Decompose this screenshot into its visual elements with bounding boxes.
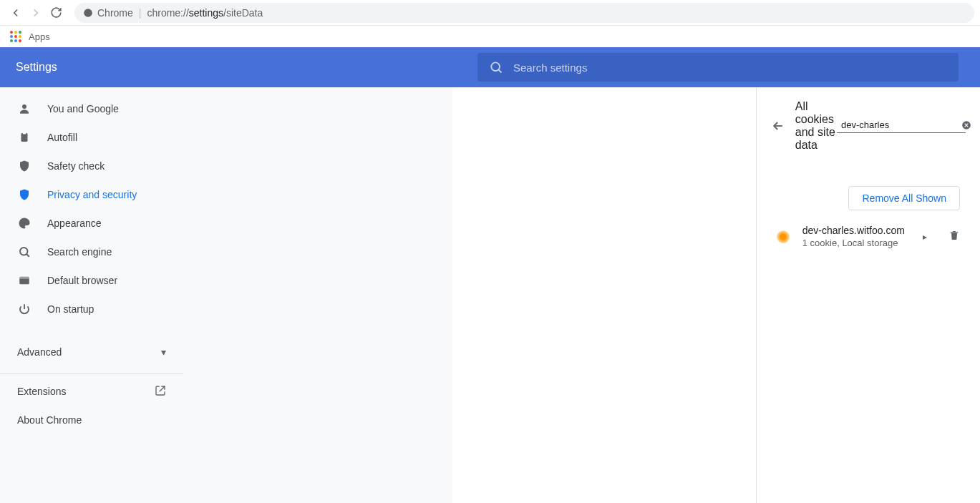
site-desc: 1 cookie, Local storage bbox=[802, 238, 923, 248]
omnibox-chip-label: Chrome bbox=[97, 7, 133, 19]
svg-rect-7 bbox=[19, 277, 29, 279]
sidebar-item-label: Autofill bbox=[47, 132, 77, 143]
remove-all-shown-button[interactable]: Remove All Shown bbox=[848, 186, 960, 210]
content-header: All cookies and site data bbox=[757, 100, 980, 152]
chevron-right-icon[interactable]: ▸ bbox=[923, 232, 927, 242]
omnibox-url-prefix: chrome:// bbox=[147, 7, 188, 19]
remove-all-row: Remove All Shown bbox=[757, 152, 980, 218]
svg-point-0 bbox=[84, 9, 92, 17]
search-icon bbox=[489, 60, 503, 74]
settings-search[interactable] bbox=[477, 53, 959, 82]
divider bbox=[0, 373, 183, 374]
forward-button[interactable] bbox=[26, 3, 46, 23]
search-icon bbox=[17, 245, 31, 258]
about-label: About Chrome bbox=[17, 414, 82, 426]
chevron-down-icon: ▾ bbox=[161, 346, 166, 358]
omnibox-url-suffix: /siteData bbox=[223, 7, 263, 19]
settings-header: Settings bbox=[0, 47, 980, 87]
advanced-label: Advanced bbox=[17, 346, 62, 358]
svg-point-2 bbox=[22, 104, 26, 109]
apps-icon[interactable] bbox=[10, 31, 21, 42]
extensions-label: Extensions bbox=[17, 386, 66, 397]
sidebar-item-autofill[interactable]: Autofill bbox=[0, 123, 183, 152]
apps-label[interactable]: Apps bbox=[29, 31, 50, 42]
cookie-search-input[interactable] bbox=[841, 119, 961, 130]
sidebar-item-you-and-google[interactable]: You and Google bbox=[0, 94, 183, 123]
clipboard-icon bbox=[17, 131, 31, 144]
site-name: dev-charles.witfoo.com bbox=[802, 225, 923, 236]
sidebar-item-label: Default browser bbox=[47, 275, 117, 286]
power-icon bbox=[17, 303, 31, 316]
bookmarks-bar: Apps bbox=[0, 26, 980, 47]
sidebar-item-label: Search engine bbox=[47, 246, 112, 258]
shield-icon bbox=[17, 188, 31, 201]
back-button[interactable] bbox=[6, 3, 26, 23]
site-actions: ▸ bbox=[923, 230, 960, 244]
site-data-row[interactable]: dev-charles.witfoo.com 1 cookie, Local s… bbox=[757, 218, 980, 255]
sidebar-item-label: On startup bbox=[47, 303, 94, 315]
palette-icon bbox=[17, 217, 31, 230]
site-info: dev-charles.witfoo.com 1 cookie, Local s… bbox=[802, 225, 923, 248]
external-link-icon bbox=[155, 385, 166, 399]
settings-title: Settings bbox=[16, 61, 57, 74]
settings-search-input[interactable] bbox=[513, 62, 947, 74]
sidebar-item-appearance[interactable]: Appearance bbox=[0, 209, 183, 238]
sidebar-item-label: You and Google bbox=[47, 103, 119, 114]
svg-rect-4 bbox=[23, 132, 26, 135]
main-area: You and Google Autofill Safety check Pri… bbox=[0, 87, 980, 503]
person-icon bbox=[17, 102, 31, 115]
sidebar-item-search-engine[interactable]: Search engine bbox=[0, 238, 183, 266]
sidebar-about-chrome[interactable]: About Chrome bbox=[0, 406, 183, 434]
reload-button[interactable] bbox=[46, 3, 66, 23]
svg-rect-3 bbox=[21, 133, 28, 142]
shield-check-icon bbox=[17, 160, 31, 172]
sidebar-item-privacy-security[interactable]: Privacy and security bbox=[0, 180, 183, 209]
sidebar-item-default-browser[interactable]: Default browser bbox=[0, 266, 183, 295]
address-bar[interactable]: Chrome | chrome://settings/siteData bbox=[74, 3, 974, 23]
delete-site-button[interactable] bbox=[949, 230, 960, 244]
sidebar-item-on-startup[interactable]: On startup bbox=[0, 295, 183, 323]
browser-toolbar: Chrome | chrome://settings/siteData bbox=[0, 0, 980, 26]
svg-point-1 bbox=[491, 62, 500, 71]
omnibox-url-strong: settings bbox=[189, 7, 223, 19]
content-page-title: All cookies and site data bbox=[795, 100, 837, 152]
site-favicon bbox=[777, 230, 790, 243]
cookie-search[interactable] bbox=[837, 119, 966, 133]
clear-search-button[interactable] bbox=[961, 119, 971, 131]
sidebar-advanced-toggle[interactable]: Advanced ▾ bbox=[0, 338, 183, 366]
content-panel: All cookies and site data Remove All Sho… bbox=[756, 87, 980, 503]
sidebar-item-label: Appearance bbox=[47, 218, 102, 229]
settings-sidebar: You and Google Autofill Safety check Pri… bbox=[0, 87, 183, 503]
content-back-button[interactable] bbox=[771, 117, 785, 135]
svg-point-5 bbox=[20, 248, 28, 255]
sidebar-item-label: Safety check bbox=[47, 160, 105, 172]
sidebar-item-safety-check[interactable]: Safety check bbox=[0, 152, 183, 180]
browser-icon bbox=[17, 274, 31, 287]
sidebar-item-label: Privacy and security bbox=[47, 189, 137, 200]
globe-icon bbox=[83, 8, 93, 18]
sidebar-extensions[interactable]: Extensions bbox=[0, 377, 183, 406]
